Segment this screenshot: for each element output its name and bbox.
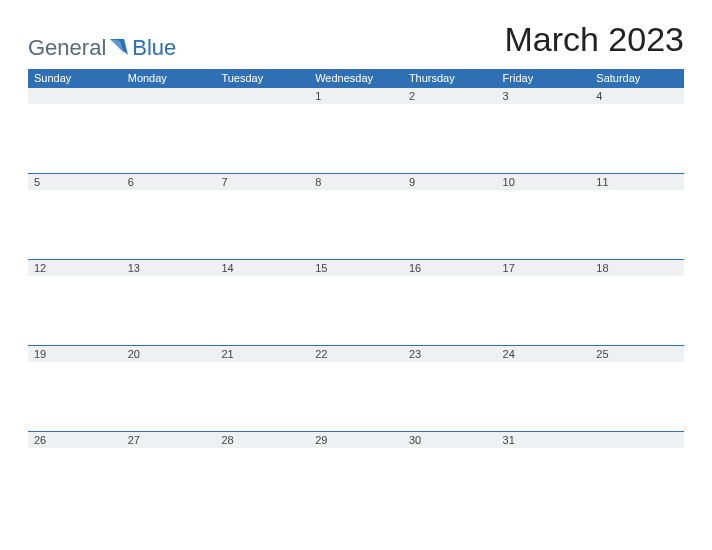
date-number: 9 [403,174,497,190]
calendar-cell [590,432,684,517]
calendar-cell: 19 [28,346,122,431]
calendar-cell: 25 [590,346,684,431]
calendar-cell: 16 [403,260,497,345]
date-number: 31 [497,432,591,448]
date-number: 18 [590,260,684,276]
date-number: 29 [309,432,403,448]
date-number: 23 [403,346,497,362]
logo: General Blue [28,37,176,59]
calendar-cell: 11 [590,174,684,259]
date-number: 21 [215,346,309,362]
calendar-week: 19 20 21 22 23 24 25 [28,345,684,431]
calendar-cell: 29 [309,432,403,517]
calendar-cell: 27 [122,432,216,517]
date-number: 30 [403,432,497,448]
weekday-header: Saturday [590,69,684,87]
calendar-cell: 21 [215,346,309,431]
logo-text-general: General [28,37,106,59]
date-number: 6 [122,174,216,190]
date-number [215,88,309,104]
calendar-cell [215,88,309,173]
date-number: 20 [122,346,216,362]
date-number: 28 [215,432,309,448]
calendar-cell: 6 [122,174,216,259]
calendar-cell: 2 [403,88,497,173]
calendar-cell: 4 [590,88,684,173]
calendar-cell: 9 [403,174,497,259]
calendar-cell: 1 [309,88,403,173]
calendar-cell: 20 [122,346,216,431]
date-number: 24 [497,346,591,362]
calendar-cell: 26 [28,432,122,517]
date-number: 19 [28,346,122,362]
calendar-cell: 3 [497,88,591,173]
calendar-cell: 30 [403,432,497,517]
calendar-cell: 10 [497,174,591,259]
date-number: 22 [309,346,403,362]
calendar-cell [28,88,122,173]
weekday-header: Sunday [28,69,122,87]
date-number: 2 [403,88,497,104]
calendar-week: 1 2 3 4 [28,87,684,173]
calendar-cell: 7 [215,174,309,259]
date-number: 11 [590,174,684,190]
calendar-cell: 12 [28,260,122,345]
date-number: 8 [309,174,403,190]
date-number: 4 [590,88,684,104]
date-number [590,432,684,448]
calendar-cell: 8 [309,174,403,259]
date-number: 25 [590,346,684,362]
date-number: 17 [497,260,591,276]
calendar-cell: 31 [497,432,591,517]
date-number [28,88,122,104]
calendar-cell: 17 [497,260,591,345]
date-number: 27 [122,432,216,448]
calendar-week: 5 6 7 8 9 10 11 [28,173,684,259]
date-number: 12 [28,260,122,276]
calendar-cell: 5 [28,174,122,259]
weekday-header: Monday [122,69,216,87]
calendar-week: 12 13 14 15 16 17 18 [28,259,684,345]
logo-text-blue: Blue [132,37,176,59]
calendar-cell: 28 [215,432,309,517]
date-number: 5 [28,174,122,190]
weekday-header-row: Sunday Monday Tuesday Wednesday Thursday… [28,69,684,87]
weekday-header: Wednesday [309,69,403,87]
calendar-week: 26 27 28 29 30 31 [28,431,684,517]
header: General Blue March 2023 [28,20,684,59]
calendar-cell [122,88,216,173]
calendar-cell: 24 [497,346,591,431]
date-number: 7 [215,174,309,190]
weekday-header: Thursday [403,69,497,87]
calendar: Sunday Monday Tuesday Wednesday Thursday… [28,69,684,517]
date-number [122,88,216,104]
calendar-cell: 13 [122,260,216,345]
date-number: 1 [309,88,403,104]
weekday-header: Tuesday [215,69,309,87]
calendar-cell: 23 [403,346,497,431]
calendar-cell: 18 [590,260,684,345]
calendar-cell: 15 [309,260,403,345]
calendar-cell: 22 [309,346,403,431]
date-number: 3 [497,88,591,104]
date-number: 16 [403,260,497,276]
logo-icon [110,37,128,59]
weekday-header: Friday [497,69,591,87]
date-number: 14 [215,260,309,276]
date-number: 15 [309,260,403,276]
date-number: 26 [28,432,122,448]
calendar-cell: 14 [215,260,309,345]
date-number: 10 [497,174,591,190]
page-title: March 2023 [504,20,684,59]
date-number: 13 [122,260,216,276]
